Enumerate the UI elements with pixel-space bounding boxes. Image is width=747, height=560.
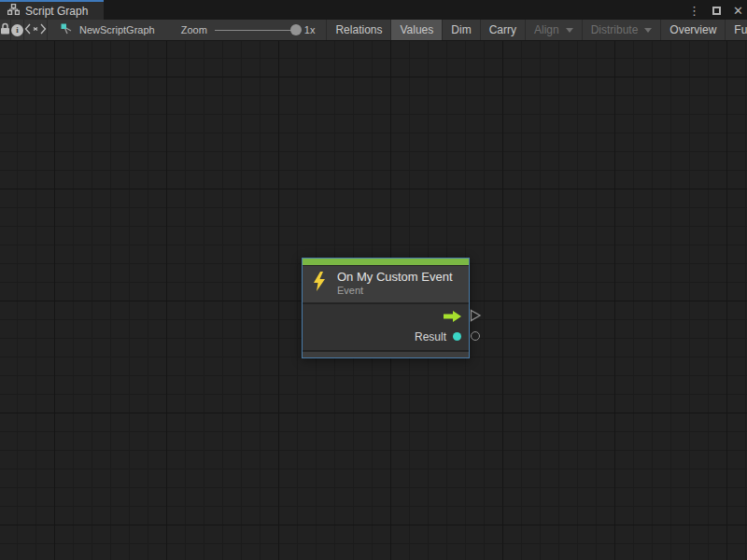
external-value-port-circle-icon[interactable] (471, 331, 480, 341)
info-icon: i (11, 24, 23, 36)
toolbar-button-group: Relations Values Dim Carry Align Distrib… (326, 20, 747, 40)
chevron-down-icon (566, 28, 573, 33)
carry-button-label: Carry (489, 23, 516, 36)
fullscreen-button-label: Full Screen (734, 23, 747, 36)
lock-button[interactable] (0, 20, 11, 40)
node-footer (303, 350, 469, 357)
graph-toolbar: i NewScriptGraph Zoom 1x Relations (0, 20, 747, 41)
result-output-port-row[interactable]: Result (303, 327, 469, 346)
lock-icon (0, 22, 10, 37)
event-node-on-my-custom-event[interactable]: On My Custom Event Event Result (302, 258, 470, 358)
graph-name-label: NewScriptGraph (79, 24, 155, 35)
angle-brackets-x-icon (24, 23, 47, 37)
carry-button[interactable]: Carry (480, 20, 525, 40)
values-button[interactable]: Values (390, 20, 442, 40)
relations-button[interactable]: Relations (326, 20, 390, 40)
relations-button-label: Relations (335, 23, 382, 36)
node-header[interactable]: On My Custom Event Event (303, 266, 469, 302)
distribute-dropdown-button[interactable]: Distribute (582, 20, 661, 40)
zoom-slider[interactable] (215, 30, 297, 31)
overview-button-label: Overview (669, 23, 716, 36)
align-button-label: Align (534, 23, 559, 36)
tab-script-graph[interactable]: Script Graph (0, 2, 104, 20)
overview-button[interactable]: Overview (660, 20, 725, 40)
tab-label: Script Graph (25, 5, 88, 18)
script-graph-asset-icon (61, 23, 73, 37)
graph-breadcrumb[interactable]: NewScriptGraph (48, 20, 168, 40)
zoom-label: Zoom (181, 24, 207, 35)
zoom-value: 1x (304, 24, 316, 35)
node-title-block: On My Custom Event Event (337, 270, 453, 297)
result-port-label: Result (415, 330, 446, 343)
distribute-button-label: Distribute (591, 23, 639, 36)
zoom-slider-handle[interactable] (290, 24, 302, 35)
maximize-icon[interactable] (712, 7, 721, 15)
values-button-label: Values (400, 23, 433, 36)
info-button[interactable]: i (11, 20, 24, 40)
close-icon[interactable]: ✕ (733, 5, 743, 17)
variables-toggle-button[interactable] (24, 20, 48, 40)
node-event-color-bar (303, 259, 469, 266)
node-title: On My Custom Event (337, 270, 453, 285)
dim-button[interactable]: Dim (442, 20, 479, 40)
value-port-dot-icon[interactable] (453, 332, 461, 341)
graph-canvas[interactable]: On My Custom Event Event Result (0, 41, 747, 560)
node-subtitle: Event (337, 285, 453, 297)
lightning-bolt-icon (312, 272, 327, 295)
tab-strip: Script Graph ⋮ ✕ (0, 0, 747, 20)
flow-arrow-icon (444, 309, 461, 326)
window-controls: ⋮ ✕ (688, 2, 743, 20)
graph-hierarchy-icon (7, 4, 20, 18)
dim-button-label: Dim (451, 23, 471, 36)
fullscreen-button[interactable]: Full Screen (725, 20, 747, 40)
chevron-down-icon (644, 28, 652, 33)
align-dropdown-button[interactable]: Align (525, 20, 582, 40)
external-flow-port-triangle-icon[interactable] (470, 309, 482, 326)
zoom-control: Zoom 1x (181, 20, 316, 40)
flow-output-port-row[interactable] (303, 307, 469, 327)
window-menu-icon[interactable]: ⋮ (688, 5, 700, 17)
node-body: Result (303, 302, 469, 350)
